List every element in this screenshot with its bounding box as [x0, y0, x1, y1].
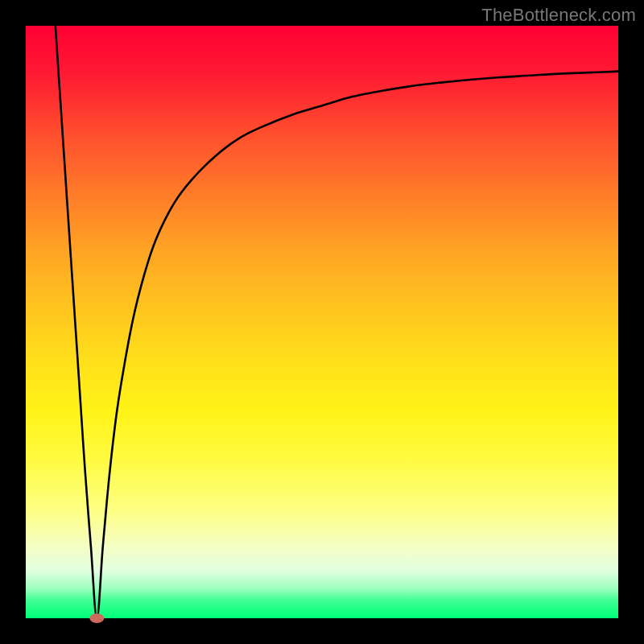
- curve-layer: [26, 26, 618, 618]
- bottleneck-curve: [56, 26, 618, 618]
- watermark-text: TheBottleneck.com: [481, 5, 636, 26]
- chart-frame: TheBottleneck.com: [0, 0, 644, 644]
- plot-area: [26, 26, 618, 618]
- optimal-point-marker: [89, 613, 104, 623]
